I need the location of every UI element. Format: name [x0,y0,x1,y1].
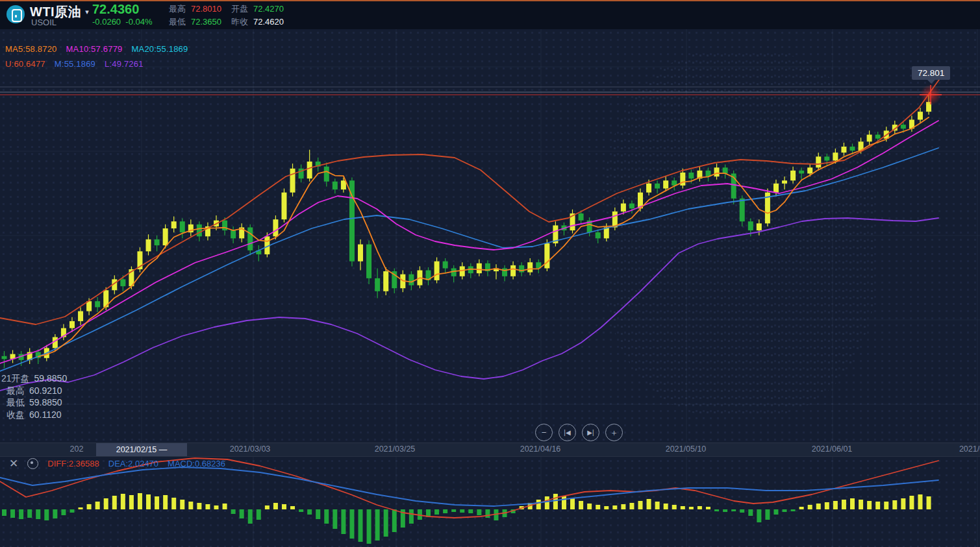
skip-to-start-button[interactable]: |◀ [559,424,576,441]
symbol-header: WTI原油▾ USOIL 72.4360 -0.0260 -0.04% 最高72… [0,0,980,29]
diff-value-label: DIFF:2.36588 [47,459,99,468]
ohlc-tooltip-row: 最低59.8850 [0,396,67,409]
close-icon[interactable]: ✕ [9,458,18,469]
ohlc-tooltip-row: 21开盘59.8850 [0,372,67,385]
macd-panel-header: ✕ DIFF:2.36588 DEA:2.02470 MACD:0.68236 [9,458,225,469]
stat-最低: 最低72.3650 [169,16,221,28]
macd-value-label: MACD:0.68236 [168,459,225,468]
trading-app: WTI原油▾ USOIL 72.4360 -0.0260 -0.04% 最高72… [0,0,980,547]
ma-legend-item: MA10:57.6779 [66,44,123,54]
axis-label-partial: 202 [70,444,84,454]
ma-legend-item: MA5:58.8720 [5,44,57,54]
boll-indicator-row[interactable]: U:60.6477M:55.1869L:49.7261 [5,59,153,69]
symbol-code: USOIL [31,18,57,27]
axis-selected-date[interactable]: 2021/02/15 — [96,443,187,456]
candle-ohlc-tooltip: 21开盘59.8850最高60.9210最低59.8850收盘60.1120 [0,372,67,420]
boll-legend-item: M:55.1869 [55,59,95,69]
zoom-in-button[interactable]: ＋ [605,424,623,441]
ohlc-tooltip-row: 收盘60.1120 [0,409,67,421]
ma-indicator-row[interactable]: MA5:58.8720MA10:57.6779MA20:55.1869 [5,44,197,54]
axis-date-label: 2021/06/01 [812,444,853,454]
ma-legend-item: MA20:55.1869 [132,44,188,54]
stat-昨收: 昨收72.4620 [231,16,284,28]
stat-最高: 最高72.8010 [169,3,221,15]
time-axis[interactable]: 202 2021/02/15 — 2021/03/032021/03/25202… [0,443,980,457]
dea-value-label: DEA:2.02470 [108,459,158,468]
axis-date-label: 2021/05/10 [666,444,707,454]
stat-开盘: 开盘72.4270 [231,3,284,15]
skip-to-end-button[interactable]: ▶| [582,424,599,441]
axis-date-label: 2021/04/16 [520,444,561,454]
ohlc-tooltip-row: 最高60.9210 [0,385,67,397]
chevron-down-icon: ▾ [85,8,89,16]
settings-target-icon[interactable] [27,458,38,469]
high-price-flag: 72.801 [912,66,950,80]
app-logo-icon[interactable] [6,5,25,23]
chart-toolbar: − |◀ ▶| ＋ [535,424,623,441]
boll-legend-item: U:60.6477 [5,59,45,69]
axis-date-label: 2021/0 [959,444,980,454]
top-accent-bar [0,0,980,1]
last-price: 72.4360 [92,2,139,17]
boll-legend-item: L:49.7261 [105,59,144,69]
axis-date-label: 2021/03/03 [230,444,271,454]
axis-date-label: 2021/03/25 [375,444,416,454]
zoom-out-button[interactable]: − [535,424,553,441]
price-change: -0.0260 -0.04% [92,17,153,27]
